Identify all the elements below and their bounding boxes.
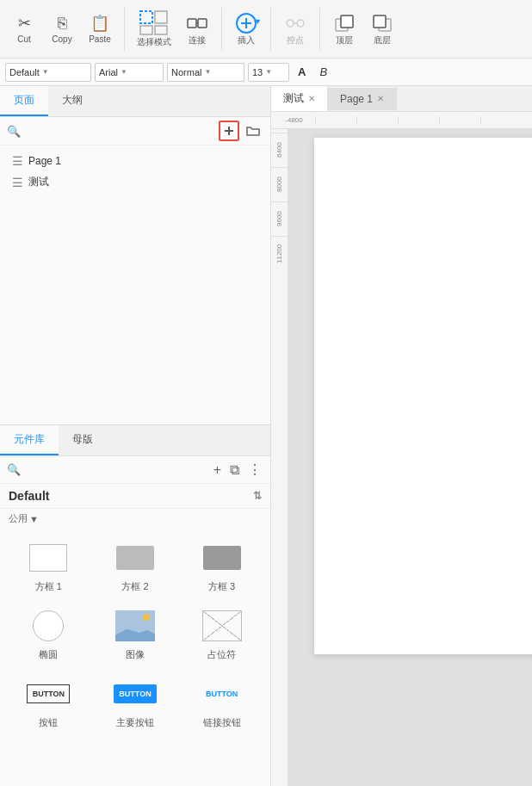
comp-preview-rect3: [196, 539, 248, 577]
comp-item-placeholder[interactable]: 占位符: [182, 603, 262, 665]
size-value: 13: [252, 67, 263, 77]
select-mode-button[interactable]: 选择模式: [132, 7, 176, 52]
add-icon: [223, 125, 235, 137]
comp-label-button: 按钮: [39, 716, 58, 729]
comp-add-button[interactable]: +: [212, 461, 223, 480]
comp-item-circle[interactable]: 椭圆: [9, 603, 89, 665]
style-value: Normal: [171, 67, 201, 77]
size-dropdown[interactable]: 13 ▼: [248, 63, 289, 82]
default-dropdown[interactable]: Default ▼: [5, 63, 91, 82]
tab-library[interactable]: 元件库: [0, 425, 59, 455]
canvas-tab-test-close[interactable]: ✕: [308, 94, 315, 103]
comp-more-button[interactable]: ⋮: [246, 460, 263, 480]
back-layer-icon: [371, 12, 393, 34]
canvas-scroll[interactable]: [288, 129, 532, 786]
page-list: ☰ Page 1 ☰ 测试: [0, 145, 270, 424]
top-layer-icon: [333, 12, 356, 34]
tab-outline[interactable]: 大纲: [48, 86, 96, 116]
comp-item-button[interactable]: BUTTON 按钮: [9, 672, 89, 733]
connect-button[interactable]: 连接: [180, 9, 214, 50]
cut-button[interactable]: ✂ Cut: [7, 10, 41, 47]
pages-actions: [219, 121, 263, 141]
copy-button[interactable]: ⎘ Copy: [45, 11, 79, 47]
comp-preview-button: BUTTON: [22, 675, 74, 713]
comp-item-image[interactable]: 图像: [96, 603, 176, 665]
library-name: Default: [9, 489, 49, 503]
components-panel: 元件库 母版 🔍 + ⧉ ⋮ Default ⇅ 公用 ▼: [0, 424, 270, 786]
page-item-2[interactable]: ☰ 测试: [7, 171, 263, 193]
pages-header: 🔍: [0, 117, 270, 145]
comp-tabs: 元件库 母版: [0, 425, 270, 456]
main-area: 页面 大纲 🔍: [0, 86, 532, 786]
page-icon-2: ☰: [12, 176, 23, 189]
ruler-h-numbers: -4800: [275, 116, 481, 124]
shape-button-primary: BUTTON: [114, 684, 157, 703]
svg-rect-3: [155, 26, 167, 34]
comp-library-selector[interactable]: Default ⇅: [0, 484, 270, 509]
add-page-button[interactable]: [219, 121, 239, 141]
comp-preview-placeholder: [196, 607, 248, 645]
section-arrow: ▼: [29, 514, 39, 524]
svg-rect-16: [374, 15, 386, 28]
comp-label-rect2: 方框 2: [121, 580, 148, 593]
comp-section-label[interactable]: 公用 ▼: [0, 509, 270, 529]
style-dropdown[interactable]: Normal ▼: [167, 63, 244, 82]
default-arrow: ▼: [42, 68, 49, 76]
comp-label-rect3: 方框 3: [208, 580, 235, 593]
back-layer-button[interactable]: 底层: [365, 9, 399, 50]
bold-button[interactable]: A: [293, 65, 311, 78]
comp-item-rect2[interactable]: 方框 2: [96, 535, 176, 597]
insert-label: 插入: [238, 34, 255, 46]
canvas-tab-page1-close[interactable]: ✕: [377, 94, 384, 103]
ruler-h: -4800: [271, 112, 532, 129]
pages-search-icon[interactable]: 🔍: [7, 125, 21, 138]
comp-grid: 方框 1 方框 2 方框 3: [0, 529, 270, 740]
comp-item-rect1[interactable]: 方框 1: [9, 535, 89, 597]
canvas-tab-test[interactable]: 测试 ✕: [271, 86, 328, 111]
canvas-page: [314, 138, 532, 654]
comp-label-image: 图像: [126, 648, 145, 661]
comp-item-rect3[interactable]: 方框 3: [182, 535, 262, 597]
comp-label-rect1: 方框 1: [35, 580, 62, 593]
canvas-tab-test-label: 测试: [283, 91, 304, 106]
folder-button[interactable]: [243, 121, 263, 141]
ruler-v-11200: 11200: [271, 236, 288, 270]
copy-label: Copy: [52, 34, 71, 44]
page-label-1: Page 1: [28, 155, 61, 167]
shape-rect1: [29, 544, 67, 572]
font-dropdown[interactable]: Arial ▼: [95, 63, 164, 82]
svg-point-10: [287, 20, 294, 27]
shape-circle: [33, 610, 64, 641]
top-layer-button[interactable]: 顶层: [327, 9, 362, 50]
tab-master[interactable]: 母版: [59, 425, 107, 455]
default-value: Default: [9, 67, 40, 77]
ruler-v-9600: 9600: [271, 201, 288, 236]
shape-placeholder: [202, 610, 242, 641]
comp-item-primary-button[interactable]: BUTTON 主要按钮: [96, 672, 176, 733]
canvas-tab-page1[interactable]: Page 1 ✕: [328, 88, 397, 110]
paste-button[interactable]: 📋 Paste: [83, 10, 117, 47]
select-mode-label: 选择模式: [137, 36, 171, 48]
back-layer-label: 底层: [374, 34, 391, 46]
italic-button[interactable]: B: [314, 65, 332, 78]
comp-copy-button[interactable]: ⧉: [228, 461, 241, 480]
separator-1: [124, 8, 125, 51]
insert-button[interactable]: ▼ 插入: [229, 9, 263, 50]
ruler-tick-5: [440, 116, 481, 124]
separator-2: [221, 8, 222, 51]
comp-search-icon[interactable]: 🔍: [7, 463, 21, 476]
comp-preview-primary-button: BUTTON: [109, 675, 161, 713]
paste-label: Paste: [89, 34, 111, 44]
comp-item-link-button[interactable]: BUTTON 链接按钮: [182, 672, 262, 733]
ruler-tick-1: -4800: [275, 116, 316, 124]
canvas-tabs: 测试 ✕ Page 1 ✕: [271, 86, 532, 112]
control-icon: [284, 12, 306, 34]
comp-preview-image: [109, 607, 161, 645]
svg-rect-1: [155, 11, 167, 23]
page-item-1[interactable]: ☰ Page 1: [7, 151, 263, 171]
tab-pages[interactable]: 页面: [0, 86, 48, 116]
connect-label: 连接: [189, 34, 206, 46]
comp-actions: + ⧉ ⋮: [212, 460, 263, 480]
comp-header: 🔍 + ⧉ ⋮: [0, 456, 270, 484]
control-button[interactable]: 控点: [278, 9, 312, 50]
